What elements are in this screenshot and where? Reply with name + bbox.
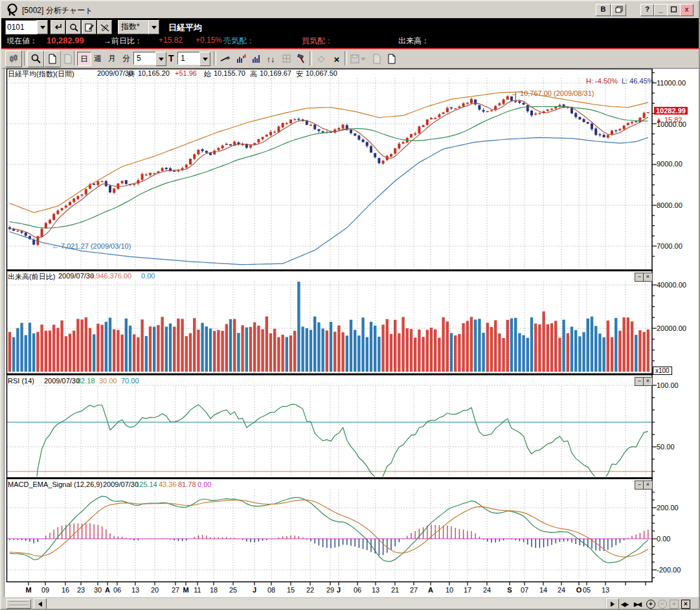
toolbar-separator bbox=[310, 51, 312, 65]
doc-print-icon[interactable] bbox=[383, 51, 400, 67]
scroll-left-button[interactable] bbox=[34, 598, 47, 610]
ask-label: 売気配： bbox=[223, 36, 254, 46]
minimize-button[interactable]: _ bbox=[654, 4, 668, 16]
expand-range-icon[interactable]: ◀▶ bbox=[621, 599, 627, 609]
app-logo-icon bbox=[6, 3, 19, 19]
shrink-range-icon[interactable]: ▶◀ bbox=[634, 599, 640, 609]
scroll-right-button[interactable] bbox=[606, 598, 619, 610]
grid-window-icon: + bbox=[670, 599, 679, 609]
period-week-toggle[interactable]: 週 bbox=[91, 52, 104, 65]
instrument-name: 日経平均 bbox=[168, 22, 202, 35]
t-label: T bbox=[168, 53, 174, 63]
volume-label: 出来高： bbox=[398, 36, 429, 46]
search-icon[interactable] bbox=[66, 20, 81, 34]
change-value: +15.82 bbox=[159, 36, 183, 46]
prev-diff-label: →前日比： bbox=[104, 36, 142, 46]
copy-window-button[interactable] bbox=[611, 4, 626, 16]
current-price-value: 10,282.99 bbox=[47, 36, 84, 46]
enter-button[interactable] bbox=[51, 20, 65, 34]
minute-interval-dropdown-button[interactable] bbox=[155, 52, 166, 66]
chart-plot-area[interactable] bbox=[6, 69, 653, 596]
period-minute-toggle[interactable]: 分 bbox=[120, 52, 133, 65]
market-type-select[interactable]: 指数* bbox=[118, 20, 152, 34]
minute-interval-select[interactable]: 5 bbox=[133, 52, 158, 65]
updown-arrows-icon[interactable]: ↑↓ bbox=[262, 51, 279, 67]
toolbar-separator bbox=[74, 51, 76, 65]
chart-toolbar: 日 週 月 分 5 T 1 ↑↓ × bbox=[1, 49, 699, 69]
bar-width-select[interactable]: 1 bbox=[177, 52, 202, 65]
delete-x-icon[interactable]: × bbox=[328, 51, 345, 67]
toolbar-separator bbox=[24, 51, 27, 65]
save-chart-icon bbox=[348, 51, 368, 67]
maximize-button[interactable] bbox=[667, 4, 681, 16]
change-percent: +0.15% bbox=[196, 36, 222, 46]
zoom-tool-icon[interactable] bbox=[27, 51, 44, 67]
close-button[interactable]: x bbox=[680, 4, 694, 16]
symbol-code-dropdown-button[interactable] bbox=[37, 20, 48, 34]
close-chart-icon[interactable]: × bbox=[681, 599, 690, 609]
compare-chart-icon[interactable] bbox=[5, 51, 22, 67]
bottom-scroll-bar: ◀▶ ▶◀ + − + × bbox=[1, 597, 699, 610]
app-window: { "window": { "title": "[5002] 分析チャート", … bbox=[0, 0, 700, 610]
period-month-toggle[interactable]: 月 bbox=[106, 52, 119, 65]
bar-chart-red-blue-icon[interactable] bbox=[232, 51, 249, 67]
zoom-out-icon: − bbox=[658, 599, 667, 609]
b-button[interactable]: B bbox=[596, 4, 611, 16]
toolbar-separator bbox=[344, 51, 347, 65]
memo-doc-icon[interactable] bbox=[44, 51, 61, 67]
settings-hammer-icon[interactable] bbox=[293, 51, 310, 67]
title-bar: [5002] 分析チャート B ? _ x bbox=[1, 1, 699, 18]
register-edit-icon[interactable] bbox=[82, 20, 96, 34]
eraser-icon bbox=[313, 51, 330, 67]
market-type-dropdown-button[interactable] bbox=[148, 20, 159, 34]
symbol-code-input[interactable] bbox=[6, 22, 34, 32]
bid-label: 買気配： bbox=[302, 36, 333, 46]
help-button[interactable]: ? bbox=[640, 4, 654, 16]
current-price-label: 現在値： bbox=[6, 36, 38, 46]
pen-clear-icon[interactable] bbox=[97, 20, 112, 34]
scroll-grip[interactable] bbox=[6, 599, 31, 609]
trendline-tool-icon[interactable] bbox=[217, 51, 234, 67]
symbol-code-combo[interactable] bbox=[5, 20, 37, 34]
zoom-in-icon[interactable]: + bbox=[646, 599, 655, 609]
period-day-toggle[interactable]: 日 bbox=[77, 52, 91, 66]
bar-width-dropdown-button[interactable] bbox=[199, 52, 210, 66]
quote-bar: 指数* 日経平均 現在値： 10,282.99 →前日比： +15.82 +0.… bbox=[1, 18, 699, 49]
scroll-track[interactable] bbox=[47, 598, 605, 609]
window-title: [5002] 分析チャート bbox=[22, 5, 93, 16]
toolbar-separator bbox=[214, 51, 216, 65]
